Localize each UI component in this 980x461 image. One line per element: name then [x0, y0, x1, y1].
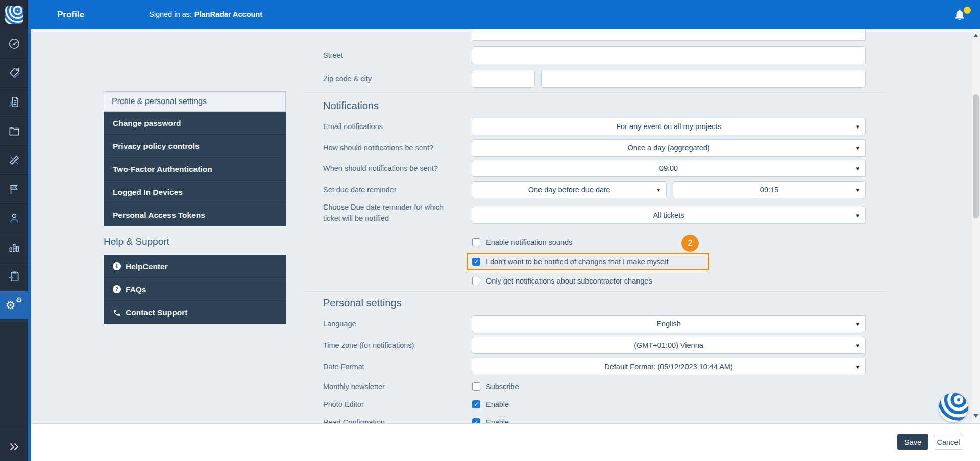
vertical-scrollbar-track[interactable]: [972, 29, 980, 423]
bar-chart-icon: [8, 241, 21, 254]
menu-item-helpcenter[interactable]: i HelpCenter: [104, 255, 286, 278]
zip-code-input[interactable]: [472, 70, 535, 88]
frequency-select[interactable]: Once a day (aggregated) ▾: [472, 139, 866, 157]
sidebar-item-contacts[interactable]: [0, 203, 28, 233]
due-reminder-select[interactable]: One day before due date ▾: [472, 181, 667, 198]
planradar-floating-logo[interactable]: [938, 392, 969, 423]
sidebar-item-forms[interactable]: [0, 262, 28, 291]
enable-sounds-label: Enable notification sounds: [486, 238, 572, 247]
no-self-notify-checkbox[interactable]: ✓: [472, 258, 480, 266]
menu-item-two-factor-authentication[interactable]: Two-Factor Authentication: [104, 158, 286, 181]
caret-down-icon: ▾: [856, 342, 859, 349]
menu-item-contact-support[interactable]: Contact Support: [104, 301, 286, 324]
language-label: Language: [323, 319, 356, 329]
sidebar-item-plans[interactable]: [0, 145, 28, 174]
subcontractor-only-label: Only get notifications about subcontract…: [486, 276, 652, 286]
send-time-label: When should notifications be sent?: [323, 163, 438, 173]
email-notifications-label: Email notifications: [323, 121, 383, 132]
tags-icon: [8, 66, 21, 80]
sidebar-item-dashboard[interactable]: [0, 29, 28, 58]
cancel-button[interactable]: Cancel: [934, 434, 963, 450]
menu-item-privacy-policy-controls[interactable]: Privacy policy controls: [104, 135, 286, 158]
phone-icon: [113, 309, 121, 317]
sidebar-item-reports[interactable]: [0, 87, 28, 116]
caret-down-icon: ▾: [856, 212, 859, 219]
due-reminder-label: Set due date reminder: [323, 185, 396, 195]
timezone-select[interactable]: (GMT+01:00) Vienna ▾: [472, 337, 866, 354]
top-header-bar: Profile Signed in as: PlanRadar Account: [0, 0, 980, 29]
newsletter-subscribe-label: Subscribe: [486, 382, 519, 391]
enable-sounds-checkbox[interactable]: [472, 238, 480, 246]
dashboard-gauge-icon: [8, 37, 21, 50]
sidebar-item-statistics[interactable]: [0, 233, 28, 262]
planradar-logo-icon: [5, 5, 24, 24]
due-reminder-time-select[interactable]: 09:15 ▾: [673, 181, 866, 198]
caret-down-icon: ▾: [856, 364, 859, 370]
street-label: Street: [323, 50, 343, 60]
choose-due-reminder-label: Choose Due date reminder for which ticke…: [323, 201, 444, 224]
help-support-heading: Help & Support: [104, 236, 169, 247]
scrollbar-up-arrow[interactable]: [973, 34, 978, 37]
frequency-label: How should notifications be sent?: [323, 143, 433, 153]
planradar-sphere-icon: [938, 392, 969, 423]
zip-city-label: Zip code & city: [323, 73, 372, 84]
language-select[interactable]: English ▾: [472, 315, 866, 332]
folder-icon: [8, 124, 21, 138]
info-icon: i: [113, 262, 121, 270]
help-menu-group: i HelpCenter ? FAQs Contact Support: [104, 255, 286, 324]
notification-indicator-dot: [964, 7, 971, 14]
notifications-heading: Notifications: [323, 100, 379, 112]
section-divider: [304, 291, 886, 292]
city-input[interactable]: [541, 70, 866, 88]
document-stamp-icon: [8, 95, 21, 109]
signed-in-prefix: Signed in as:: [149, 0, 192, 29]
date-format-label: Date Format: [323, 362, 364, 372]
settings-gears-icon: ⚙ ⚙: [7, 298, 22, 313]
menu-item-change-password[interactable]: Change password: [104, 112, 286, 135]
newsletter-subscribe-checkbox[interactable]: [472, 382, 480, 391]
planradar-logo-button[interactable]: [0, 0, 28, 29]
sidebar-accent-strip: [28, 0, 31, 461]
double-chevron-right-icon: [7, 440, 22, 453]
caret-down-icon: ▾: [856, 123, 859, 130]
photo-editor-label: Photo Editor: [323, 399, 364, 409]
menu-item-logged-in-devices[interactable]: Logged In Devices: [104, 181, 286, 203]
photo-editor-enable-checkbox[interactable]: ✓: [472, 400, 480, 408]
page-title: Profile: [57, 0, 84, 29]
scrollbar-down-arrow[interactable]: [973, 414, 978, 418]
subcontractor-only-checkbox[interactable]: [472, 277, 480, 285]
caret-down-icon: ▾: [856, 187, 859, 193]
ruler-pencil-icon: [8, 153, 21, 167]
section-divider: [304, 92, 886, 93]
send-time-select[interactable]: 09:00 ▾: [472, 160, 866, 177]
clipboard-import-icon: [8, 270, 21, 283]
main-sidebar: ⚙ ⚙: [0, 29, 28, 461]
sidebar-item-tickets[interactable]: [0, 174, 28, 203]
personal-settings-heading: Personal settings: [323, 297, 401, 309]
vertical-scrollbar-thumb[interactable]: [973, 94, 979, 218]
caret-down-icon: ▾: [856, 145, 859, 151]
profile-menu-group: Change password Privacy policy controls …: [104, 112, 286, 226]
caret-down-icon: ▾: [657, 187, 660, 193]
person-icon: [8, 212, 21, 225]
signed-in-status: Signed in as: PlanRadar Account: [149, 0, 262, 29]
menu-header-profile-personal-settings[interactable]: Profile & personal settings: [104, 91, 286, 112]
email-notifications-select[interactable]: For any event on all my projects ▾: [472, 118, 866, 135]
save-button[interactable]: Save: [897, 434, 928, 450]
sidebar-item-tags[interactable]: [0, 58, 28, 87]
date-format-select[interactable]: Default Format: (05/12/2023 10:44 AM) ▾: [472, 358, 866, 375]
sidebar-expand-button[interactable]: [0, 432, 28, 461]
menu-item-faqs[interactable]: ? FAQs: [104, 278, 286, 301]
profile-settings-page: Profile Signed in as: PlanRadar Account: [0, 0, 980, 461]
signed-in-account: PlanRadar Account: [194, 0, 262, 29]
no-self-notify-label: I don't want to be notified of changes t…: [486, 257, 668, 266]
sidebar-item-documents[interactable]: [0, 116, 28, 145]
flag-icon: [8, 183, 21, 196]
sidebar-item-settings-active[interactable]: ⚙ ⚙: [0, 291, 28, 319]
menu-item-personal-access-tokens[interactable]: Personal Access Tokens: [104, 203, 286, 226]
street-input[interactable]: [472, 46, 866, 64]
caret-down-icon: ▾: [856, 321, 859, 327]
choose-tickets-select[interactable]: All tickets ▾: [472, 207, 866, 224]
caret-down-icon: ▾: [856, 165, 859, 172]
photo-editor-enable-label: Enable: [486, 400, 509, 409]
